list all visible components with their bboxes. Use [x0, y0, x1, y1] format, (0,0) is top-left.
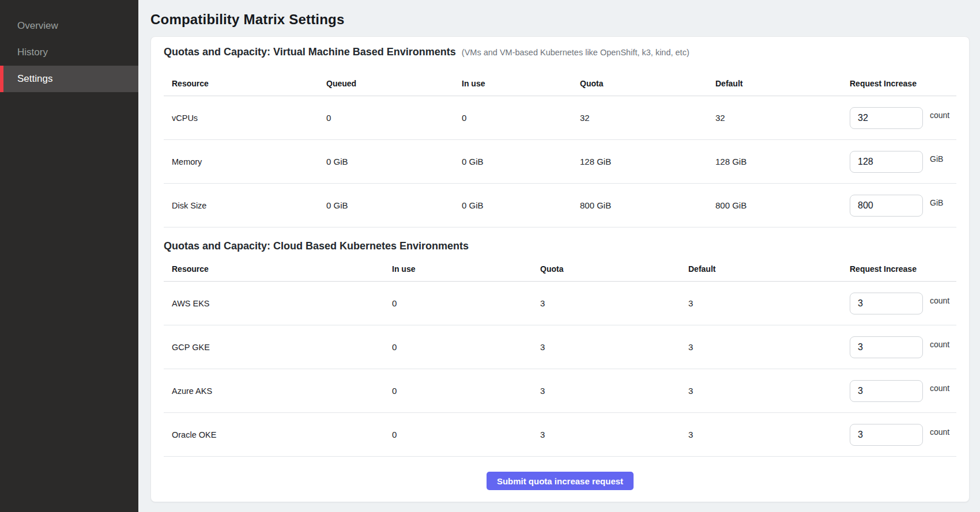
col-header-in-use: In use — [392, 264, 540, 274]
default-value: 128 GiB — [715, 157, 850, 166]
in-use-value: 0 — [392, 298, 540, 308]
quota-value: 3 — [540, 386, 688, 396]
col-header-resource: Resource — [172, 264, 392, 274]
page-title: Compatibility Matrix Settings — [150, 12, 970, 28]
col-header-quota: Quota — [580, 79, 715, 88]
queued-value: 0 GiB — [326, 200, 462, 210]
default-value: 800 GiB — [715, 200, 850, 210]
unit-label: count — [930, 427, 949, 437]
default-value: 3 — [688, 386, 850, 396]
in-use-value: 0 GiB — [462, 200, 580, 210]
col-header-queued: Queued — [326, 79, 462, 88]
queued-value: 0 GiB — [326, 157, 462, 166]
aws-eks-request-increase-input[interactable] — [850, 293, 923, 314]
default-value: 3 — [688, 298, 850, 308]
vm-table-header: Resource Queued In use Quota Default Req… — [164, 62, 956, 96]
quota-value: 32 — [580, 113, 715, 123]
vm-section-title: Quotas and Capacity: Virtual Machine Bas… — [164, 46, 456, 58]
resource-name: Memory — [172, 157, 326, 166]
sidebar-item-settings[interactable]: Settings — [0, 66, 138, 92]
unit-label: count — [930, 384, 949, 393]
k8s-section-title: Quotas and Capacity: Cloud Based Kuberne… — [164, 240, 469, 252]
default-value: 3 — [688, 342, 850, 352]
disk-size-request-increase-input[interactable] — [850, 195, 923, 217]
oracle-oke-request-increase-input[interactable] — [850, 424, 923, 446]
vm-section-subtitle: (VMs and VM-based Kubernetes like OpenSh… — [462, 48, 689, 57]
in-use-value: 0 — [392, 342, 540, 352]
quota-value: 3 — [540, 342, 688, 352]
sidebar-item-history[interactable]: History — [0, 39, 138, 66]
table-row-gcp-gke: GCP GKE 0 3 3 count — [164, 325, 956, 369]
quota-value: 3 — [540, 430, 688, 439]
col-header-default: Default — [688, 264, 850, 274]
memory-request-increase-input[interactable] — [850, 151, 923, 173]
col-header-quota: Quota — [540, 264, 688, 274]
col-header-request-increase: Request Increase — [850, 264, 956, 274]
unit-label: count — [930, 340, 949, 349]
sidebar-item-overview[interactable]: Overview — [0, 13, 138, 39]
resource-name: Azure AKS — [172, 386, 392, 396]
table-row-disk-size: Disk Size 0 GiB 0 GiB 800 GiB 800 GiB Gi… — [164, 184, 956, 227]
k8s-table-header: Resource In use Quota Default Request In… — [164, 256, 956, 282]
in-use-value: 0 — [392, 386, 540, 396]
main-content: Compatibility Matrix Settings Quotas and… — [138, 0, 980, 512]
sidebar: Overview History Settings — [0, 0, 138, 512]
queued-value: 0 — [326, 113, 462, 123]
in-use-value: 0 — [462, 113, 580, 123]
vm-section-header: Quotas and Capacity: Virtual Machine Bas… — [164, 37, 956, 62]
quota-value: 128 GiB — [580, 157, 715, 166]
submit-button-row: Submit quota increase request — [164, 472, 956, 490]
quota-value: 3 — [540, 298, 688, 308]
quota-value: 800 GiB — [580, 200, 715, 210]
resource-name: AWS EKS — [172, 299, 392, 308]
unit-label: GiB — [930, 198, 943, 207]
table-row-oracle-oke: Oracle OKE 0 3 3 count — [164, 413, 956, 457]
unit-label: count — [930, 296, 949, 305]
col-header-default: Default — [715, 79, 850, 88]
resource-name: vCPUs — [172, 113, 326, 123]
table-row-memory: Memory 0 GiB 0 GiB 128 GiB 128 GiB GiB — [164, 140, 956, 184]
resource-name: GCP GKE — [172, 343, 392, 352]
table-row-azure-aks: Azure AKS 0 3 3 count — [164, 369, 956, 413]
default-value: 3 — [688, 430, 850, 439]
table-row-aws-eks: AWS EKS 0 3 3 count — [164, 282, 956, 325]
k8s-section-header: Quotas and Capacity: Cloud Based Kuberne… — [164, 227, 956, 256]
in-use-value: 0 — [392, 430, 540, 439]
col-header-in-use: In use — [462, 79, 580, 88]
resource-name: Disk Size — [172, 201, 326, 210]
gcp-gke-request-increase-input[interactable] — [850, 336, 923, 358]
resource-name: Oracle OKE — [172, 430, 392, 439]
default-value: 32 — [715, 113, 850, 123]
col-header-resource: Resource — [172, 79, 326, 88]
vcpus-request-increase-input[interactable] — [850, 107, 923, 129]
table-row-vcpus: vCPUs 0 0 32 32 count — [164, 96, 956, 140]
azure-aks-request-increase-input[interactable] — [850, 380, 923, 402]
submit-quota-increase-button[interactable]: Submit quota increase request — [487, 472, 634, 490]
unit-label: count — [930, 111, 949, 120]
col-header-request-increase: Request Increase — [850, 79, 956, 88]
quota-settings-card: Quotas and Capacity: Virtual Machine Bas… — [150, 36, 970, 502]
in-use-value: 0 GiB — [462, 157, 580, 166]
unit-label: GiB — [930, 154, 943, 164]
